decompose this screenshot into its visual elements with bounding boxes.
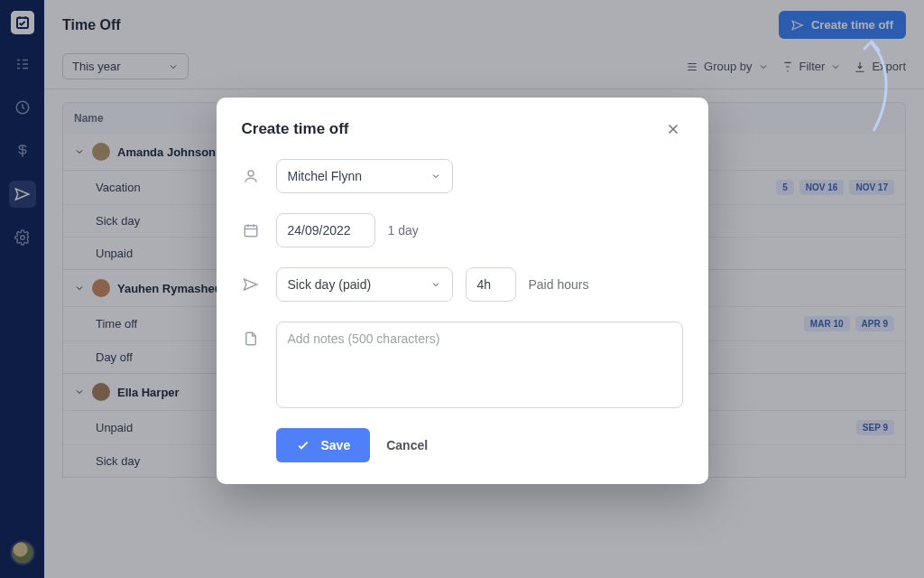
person-icon [242,159,260,184]
employee-select[interactable]: Mitchel Flynn [276,159,453,193]
svg-point-3 [248,171,254,176]
modal-overlay: Create time off Mitchel Flynn [0,0,924,578]
hours-input[interactable]: 4h [466,267,516,302]
employee-value: Mitchel Flynn [288,169,362,183]
notes-textarea[interactable] [276,322,683,408]
check-icon [296,438,310,452]
close-icon [665,121,681,137]
modal-title: Create time off [242,120,349,138]
svg-rect-4 [245,226,257,237]
create-time-off-modal: Create time off Mitchel Flynn [217,98,708,484]
duration-text: 1 day [388,223,419,238]
tutorial-arrow [837,36,901,135]
chevron-down-icon [430,279,441,290]
date-input[interactable]: 24/09/2022 [276,213,375,247]
file-icon [242,322,260,347]
chevron-down-icon [430,171,441,182]
hours-label: Paid hours [529,277,589,292]
cancel-button[interactable]: Cancel [386,438,428,452]
close-button[interactable] [663,119,683,139]
save-button[interactable]: Save [276,428,371,462]
type-value: Sick day (paid) [288,277,372,292]
calendar-icon [242,213,260,238]
airplane-icon [242,267,260,293]
type-select[interactable]: Sick day (paid) [276,267,453,302]
